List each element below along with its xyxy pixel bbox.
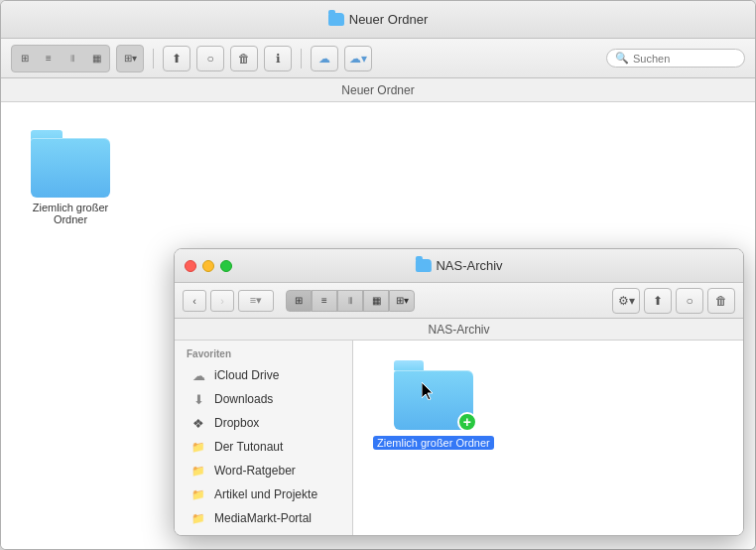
sidebar-label-downloads: Downloads (214, 392, 273, 406)
search-input[interactable] (633, 53, 736, 65)
nas-folder-tab (394, 360, 424, 370)
nas-toolbar-right: ⚙▾ ⬆ ○ 🗑 (612, 288, 735, 314)
sidebar-label-tutonaut: Der Tutonaut (214, 440, 283, 454)
nas-extra-view-btn[interactable]: ⊞▾ (389, 290, 415, 312)
nas-breadcrumb: NAS-Archiv (175, 319, 743, 341)
minimize-button[interactable] (202, 260, 214, 272)
back-btn[interactable]: ‹ (183, 290, 206, 312)
main-titlebar: Neuer Ordner (1, 1, 755, 39)
list-btn[interactable]: ≡▾ (238, 290, 274, 312)
search-icon: 🔍 (615, 52, 629, 65)
folder-icon-large (31, 130, 110, 198)
maximize-button[interactable] (220, 260, 232, 272)
nas-cover-view-btn[interactable]: ▦ (363, 290, 389, 312)
nas-sidebar: Favoriten ☁ iCloud Drive ⬇ Downloads ❖ D… (175, 341, 353, 536)
column-view-btn[interactable]: ⫴ (62, 48, 83, 69)
nas-window-title: NAS-Archiv (415, 258, 502, 273)
sidebar-item-0116[interactable]: 📁 01-16 Fotomonitore für Profis (179, 530, 348, 536)
sidebar-label-word: Word-Ratgeber (214, 464, 296, 478)
sidebar-label-icloud: iCloud Drive (214, 368, 279, 382)
main-toolbar: ⊞ ≡ ⫴ ▦ ⊞▾ ⬆ ○ 🗑 ℹ ☁ ☁▾ 🔍 (1, 39, 755, 78)
favorites-section-title: Favoriten (175, 341, 352, 363)
sidebar-item-artikel[interactable]: 📁 Artikel und Projekte (179, 482, 348, 506)
nas-content-area: + Ziemlich großer Ordner (353, 341, 743, 536)
nas-list-view-btn[interactable]: ≡ (312, 290, 337, 312)
sidebar-item-tutonaut[interactable]: 📁 Der Tutonaut (179, 435, 348, 459)
share-btn[interactable]: ⬆ (163, 46, 190, 71)
sync-btn[interactable]: ☁▾ (344, 46, 372, 71)
forward-btn[interactable]: › (210, 290, 234, 312)
main-breadcrumb-text: Neuer Ordner (341, 83, 414, 97)
info-btn[interactable]: ℹ (264, 46, 292, 71)
nas-view-group: ⊞ ≡ ⫴ ▦ ⊞▾ (286, 290, 415, 312)
copy-badge: + (457, 412, 477, 432)
nas-window: NAS-Archiv ‹ › ≡▾ ⊞ ≡ ⫴ ▦ ⊞▾ ⚙▾ ⬆ ○ 🗑 NA… (174, 248, 744, 536)
cursor-arrow-icon (422, 382, 434, 400)
nas-folder-item[interactable]: + Ziemlich großer Ordner (373, 360, 494, 450)
nas-folder-item-label: Ziemlich großer Ordner (373, 436, 494, 450)
nas-body: Favoriten ☁ iCloud Drive ⬇ Downloads ❖ D… (175, 341, 743, 536)
nas-delete-btn[interactable]: 🗑 (707, 288, 735, 314)
nas-action-btn[interactable]: ⚙▾ (612, 288, 640, 314)
nas-breadcrumb-text: NAS-Archiv (428, 323, 489, 337)
folder-body (31, 138, 110, 198)
delete-btn[interactable]: 🗑 (230, 46, 258, 71)
list-view-btn[interactable]: ≡ (38, 48, 60, 69)
nas-title-text: NAS-Archiv (436, 258, 502, 273)
title-folder-icon (328, 13, 344, 26)
nas-column-view-btn[interactable]: ⫴ (337, 290, 363, 312)
folder-item-label: Ziemlich großer Ordner (29, 202, 112, 225)
folder-item-main[interactable]: Ziemlich großer Ordner (21, 122, 120, 233)
main-breadcrumb: Neuer Ordner (1, 78, 755, 102)
sidebar-item-mediamarkt[interactable]: 📁 MediaMarkt-Portal (179, 506, 348, 530)
main-window-title: Neuer Ordner (328, 12, 428, 27)
nas-icon-view-btn[interactable]: ⊞ (286, 290, 312, 312)
sidebar-label-0116: 01-16 Fotomonitore für Profis (214, 534, 336, 536)
mediamarkt-folder-icon: 📁 (190, 510, 206, 526)
sidebar-item-icloud[interactable]: ☁ iCloud Drive (179, 363, 348, 387)
nas-folder-icon-container: + (394, 360, 473, 430)
artikel-folder-icon: 📁 (190, 486, 206, 502)
nas-titlebar: NAS-Archiv (175, 249, 743, 283)
tutonaut-folder-icon: 📁 (190, 439, 206, 455)
sidebar-label-artikel: Artikel und Projekte (214, 487, 317, 501)
main-title-text: Neuer Ordner (349, 12, 428, 27)
nas-share-btn[interactable]: ⬆ (644, 288, 672, 314)
nas-title-folder-icon (415, 259, 431, 272)
icloud-icon: ☁ (190, 367, 206, 383)
search-box[interactable]: 🔍 (606, 49, 745, 68)
dropbox-icon: ❖ (190, 415, 206, 431)
sidebar-item-dropbox[interactable]: ❖ Dropbox (179, 411, 348, 435)
toolbar-sep-2 (301, 49, 302, 69)
sidebar-item-word[interactable]: 📁 Word-Ratgeber (179, 459, 348, 482)
downloads-icon: ⬇ (190, 391, 206, 407)
arrange-btn[interactable]: ⊞▾ (119, 48, 141, 69)
sidebar-label-dropbox: Dropbox (214, 416, 259, 430)
arrange-group: ⊞▾ (116, 45, 144, 72)
icloud-btn[interactable]: ☁ (311, 46, 338, 71)
sidebar-item-downloads[interactable]: ⬇ Downloads (179, 387, 348, 411)
close-button[interactable] (185, 260, 196, 272)
nas-tag-btn[interactable]: ○ (676, 288, 703, 314)
view-mode-group: ⊞ ≡ ⫴ ▦ (11, 45, 110, 72)
tag-btn[interactable]: ○ (196, 46, 224, 71)
window-controls (185, 260, 232, 272)
icon-view-btn[interactable]: ⊞ (14, 48, 36, 69)
cover-view-btn[interactable]: ▦ (85, 48, 107, 69)
nas-toolbar: ‹ › ≡▾ ⊞ ≡ ⫴ ▦ ⊞▾ ⚙▾ ⬆ ○ 🗑 (175, 283, 743, 319)
word-folder-icon: 📁 (190, 463, 206, 479)
toolbar-sep-1 (153, 49, 154, 69)
sidebar-label-mediamarkt: MediaMarkt-Portal (214, 511, 312, 525)
